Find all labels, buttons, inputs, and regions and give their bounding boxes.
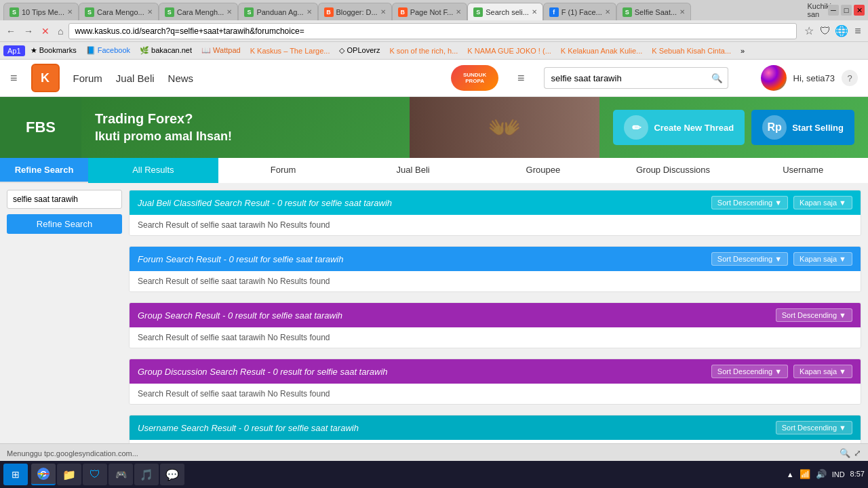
sidebar-search-input[interactable] <box>7 190 122 209</box>
tab-groupee[interactable]: Groupee <box>478 158 608 183</box>
search-button[interactable]: 🔍 <box>707 67 728 89</box>
forum-result-body: Search Result of selfie saat tarawih No … <box>130 271 861 291</box>
nav-link-news[interactable]: News <box>168 73 194 84</box>
taskbar-explorer[interactable]: 📁 <box>57 464 81 485</box>
bookmark-oploverz[interactable]: ◇ OPLoverz <box>335 45 384 56</box>
minimize-button[interactable]: ─ <box>828 5 839 16</box>
tab-close-9[interactable]: ✕ <box>679 8 685 16</box>
tab-favicon-9: S <box>623 7 632 17</box>
user-avatar <box>761 65 787 91</box>
forum-kapansaja-button[interactable]: Kapan saja ▼ <box>793 252 852 266</box>
username-result-section: Username Search Result - 0 result for se… <box>129 415 861 443</box>
tab-close-1[interactable]: ✕ <box>67 8 73 16</box>
jualbeli-sort-button[interactable]: Sort Descending ▼ <box>711 196 788 209</box>
expand-button[interactable]: ≡ <box>517 71 525 85</box>
browser-tab-3[interactable]: S Cara Mengh... ✕ <box>159 3 239 20</box>
bookmark-app[interactable]: Ap1 <box>3 45 25 56</box>
forum-kapansaja-label: Kapan saja <box>800 255 837 263</box>
sidebar-refine-button[interactable]: Refine Search <box>7 214 122 234</box>
groupdiscussion-sort-button[interactable]: Sort Descending ▼ <box>711 365 788 378</box>
tab-group-discussions[interactable]: Group Discussions <box>608 158 738 183</box>
tab-jual-beli[interactable]: Jual Beli <box>348 158 478 183</box>
hamburger-menu-button[interactable]: ≡ <box>10 71 18 85</box>
tab-close-7[interactable]: ✕ <box>532 8 537 16</box>
jualbeli-kapansaja-button[interactable]: Kapan saja ▼ <box>793 196 852 209</box>
taskbar-chat[interactable]: 💬 <box>160 464 184 485</box>
tab-close-6[interactable]: ✕ <box>456 8 461 16</box>
group-sort-button[interactable]: Sort Descending ▼ <box>776 308 852 322</box>
home-button[interactable]: ⌂ <box>55 24 66 38</box>
title-bar: S 10 Tips Me... ✕ S Cara Mengo... ✕ S Ca… <box>0 0 868 20</box>
tab-close-4[interactable]: ✕ <box>307 8 312 16</box>
username-title-main: Username Search Result <box>138 423 236 433</box>
nav-link-forum[interactable]: Forum <box>73 73 102 84</box>
bookmark-bookmarks[interactable]: ★ Bookmarks <box>26 45 81 56</box>
browser-tab-7[interactable]: S Search seli... ✕ <box>467 3 543 20</box>
tab-close-5[interactable]: ✕ <box>380 8 386 16</box>
tab-close-2[interactable]: ✕ <box>147 8 153 16</box>
taskbar-lang: IND <box>832 470 845 479</box>
browser-tab-4[interactable]: S Panduan Ag... ✕ <box>238 3 317 20</box>
kaskus-logo[interactable]: K <box>31 64 60 92</box>
search-input[interactable] <box>544 67 707 89</box>
tab-username[interactable]: Username <box>738 158 868 183</box>
tab-all-results[interactable]: All Results <box>88 158 218 183</box>
zoom-icon[interactable]: 🔍 <box>840 448 850 458</box>
bookmark-kelakuan[interactable]: K Kelakuan Anak Kulie... <box>557 45 646 56</box>
menu-icon[interactable]: ≡ <box>851 24 865 38</box>
taskbar-defender[interactable]: 🛡 <box>83 464 107 485</box>
create-thread-icon: ✏ <box>624 115 648 140</box>
taskbar-steam[interactable]: 🎮 <box>108 464 133 485</box>
bookmarks-more[interactable]: » <box>736 45 749 56</box>
window-controls: Kuchiki-san ─ □ ✕ <box>815 5 865 16</box>
start-button[interactable]: ⊞ <box>3 464 28 485</box>
tab-close-3[interactable]: ✕ <box>226 8 232 16</box>
bookmark-facebook[interactable]: 📘 Facebook <box>82 45 134 56</box>
browser-tab-8[interactable]: f F (1) Face... ✕ <box>543 3 616 20</box>
taskbar-arrow-up[interactable]: ▲ <box>787 470 794 479</box>
tab-close-8[interactable]: ✕ <box>605 8 610 16</box>
browser-tab-6[interactable]: B Page Not F... ✕ <box>392 3 468 20</box>
taskbar-chrome[interactable] <box>31 464 56 485</box>
browser-tab-1[interactable]: S 10 Tips Me... ✕ <box>3 3 79 20</box>
tab-favicon-2: S <box>85 7 94 17</box>
forward-button[interactable]: → <box>21 24 36 38</box>
refine-search-top-button[interactable]: Refine Search <box>0 158 88 182</box>
browser-tab-9[interactable]: S Selfie Saat... ✕ <box>616 3 691 20</box>
bookmark-kaskus[interactable]: K Kaskus – The Large... <box>246 45 334 56</box>
bookmark-wattpad[interactable]: 📖 Wattpad <box>197 45 245 56</box>
close-button[interactable]: ✕ <box>854 5 865 16</box>
nav-link-jualbeli[interactable]: Jual Beli <box>116 73 155 84</box>
back-button[interactable]: ← <box>3 24 18 38</box>
browser-tab-5[interactable]: B Blogger: D... ✕ <box>318 3 392 20</box>
tab-forum[interactable]: Forum <box>218 158 349 183</box>
help-button[interactable]: ? <box>842 70 858 86</box>
groupdiscussion-kapansaja-button[interactable]: Kapan saja ▼ <box>793 365 852 378</box>
sunduk-logo[interactable]: SUNDUK PROPA <box>451 65 498 91</box>
forum-result-header: Forum Search Result - 0 result for selfi… <box>130 247 861 271</box>
create-thread-button[interactable]: ✏ Create New Thread <box>613 110 745 145</box>
bookmark-sebuah[interactable]: K Sebuah Kisah Cinta... <box>648 45 735 56</box>
address-input[interactable] <box>75 26 791 36</box>
username-sort-area: Sort Descending ▼ <box>776 421 852 434</box>
forum-query: selfie saat tarawih <box>273 254 343 264</box>
forum-sort-button[interactable]: Sort Descending ▼ <box>711 252 788 266</box>
bookmark-sonofrich[interactable]: K son of the rich, h... <box>385 45 462 56</box>
star-icon[interactable]: ☆ <box>802 24 816 38</box>
bookmark-bakacan[interactable]: 🌿 bakacan.net <box>136 45 196 56</box>
globe-icon: 🌐 <box>835 24 848 38</box>
user-display: Kuchiki-san <box>815 5 826 16</box>
start-selling-button[interactable]: Rp Start Selling <box>751 110 854 145</box>
groupdiscussion-result-body: Search Result of selfie saat tarawih No … <box>130 384 861 404</box>
group-sort-area: Sort Descending ▼ <box>776 308 852 322</box>
group-sort-label: Sort Descending <box>782 311 837 319</box>
expand-arrow-icon[interactable]: ⤢ <box>854 448 861 458</box>
browser-tab-2[interactable]: S Cara Mengo... ✕ <box>79 3 159 20</box>
bookmark-namague[interactable]: K NAMA GUE JOKO ! (... <box>463 45 555 56</box>
group-result-body: Search Result of selfie saat tarawih No … <box>130 327 861 348</box>
taskbar-music[interactable]: 🎵 <box>134 464 159 485</box>
address-bar[interactable] <box>68 23 797 39</box>
refresh-button[interactable]: ✕ <box>39 24 52 38</box>
username-sort-button[interactable]: Sort Descending ▼ <box>776 421 852 434</box>
maximize-button[interactable]: □ <box>841 5 852 16</box>
